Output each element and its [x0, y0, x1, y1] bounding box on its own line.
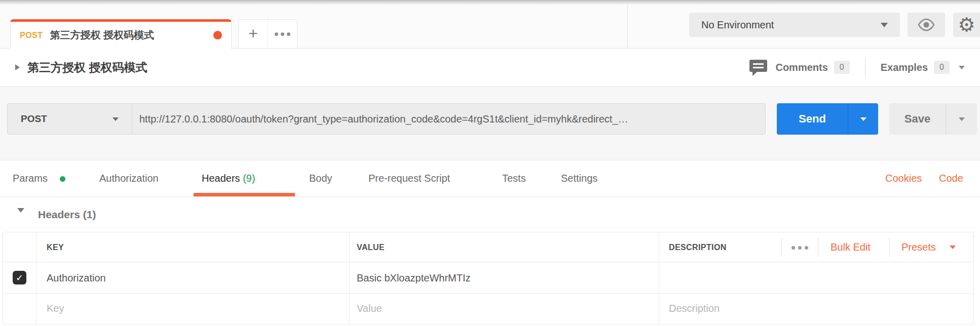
- presets-dropdown[interactable]: Presets: [901, 232, 936, 262]
- new-header-row: Key Value Description: [3, 294, 973, 323]
- cookies-link[interactable]: Cookies: [885, 160, 922, 196]
- chevron-down-icon: [959, 66, 965, 69]
- code-link[interactable]: Code: [939, 160, 963, 196]
- method-selector[interactable]: POST: [8, 104, 132, 134]
- send-options-button[interactable]: [848, 103, 878, 135]
- window-top-strip: [0, 0, 980, 5]
- tab-headers-label: Headers: [202, 173, 240, 184]
- tab-pre-request-script[interactable]: Pre-request Script: [368, 160, 450, 196]
- chevron-down-icon: [881, 23, 888, 27]
- environment-quick-look-button[interactable]: [908, 13, 945, 37]
- headers-section-title: Headers (1): [38, 197, 96, 232]
- chevron-down-icon: [112, 117, 119, 121]
- tab-params[interactable]: Params: [13, 160, 48, 196]
- request-url-section: POST Send Save: [0, 86, 980, 160]
- bulk-edit-link[interactable]: Bulk Edit: [831, 232, 871, 262]
- save-button[interactable]: Save: [889, 103, 946, 135]
- chevron-down-icon: [959, 117, 965, 121]
- unsaved-changes-dot: [213, 31, 222, 39]
- header-controls-divider: [781, 238, 782, 257]
- request-title: 第三方授权 授权码模式: [27, 49, 147, 86]
- postman-app: POST 第三方授权 授权码模式 + No Environment ⚙: [0, 0, 980, 326]
- checkbox-cell: ✓: [3, 262, 36, 293]
- header-row-authorization: ✓ Authorization Basic bXloazpteWhrMTIz: [3, 262, 973, 294]
- tab-headers[interactable]: Headers (9): [202, 160, 255, 196]
- request-header-row: 第三方授权 授权码模式 Comments 0 Examples 0: [0, 49, 980, 86]
- comment-icon: [749, 59, 768, 76]
- check-icon: ✓: [16, 273, 23, 282]
- column-header-value: VALUE: [357, 232, 385, 262]
- send-button-group: Send: [777, 103, 878, 135]
- header-controls-divider: [889, 238, 890, 257]
- new-description-cell[interactable]: Description: [669, 294, 720, 323]
- request-tabs-bar: Params Authorization Headers (9) Body Pr…: [0, 160, 980, 197]
- plus-icon: +: [248, 25, 258, 42]
- column-header-key: KEY: [47, 232, 64, 262]
- new-value-cell[interactable]: Value: [357, 294, 382, 323]
- environment-value: No Environment: [701, 19, 881, 31]
- ellipsis-icon: [275, 32, 290, 36]
- eye-icon: [917, 18, 935, 31]
- request-tab[interactable]: POST 第三方授权 授权码模式: [10, 19, 232, 49]
- table-header-row: KEY VALUE DESCRIPTION Bulk Edit Presets: [3, 232, 973, 262]
- gear-icon: ⚙: [958, 15, 975, 34]
- tab-method-label: POST: [20, 31, 43, 40]
- tab-body[interactable]: Body: [309, 160, 332, 196]
- request-header-actions: Comments 0 Examples 0: [749, 49, 965, 86]
- tab-actions-group: +: [238, 19, 297, 49]
- tab-bar-divider: [627, 5, 628, 48]
- tab-bar: POST 第三方授权 授权码模式 + No Environment ⚙: [0, 5, 980, 49]
- examples-label: Examples: [881, 62, 928, 73]
- tab-tests[interactable]: Tests: [502, 160, 526, 196]
- method-value: POST: [21, 113, 112, 125]
- header-actions-divider: [865, 58, 865, 77]
- comments-count-badge: 0: [834, 61, 850, 74]
- expand-request-caret[interactable]: [15, 64, 20, 70]
- collapse-headers-caret[interactable]: [17, 213, 24, 222]
- active-tab-underline: [194, 193, 295, 196]
- row-checkbox-checked[interactable]: ✓: [13, 271, 26, 284]
- environment-selector[interactable]: No Environment: [689, 13, 900, 37]
- headers-section-heading: Headers (1): [0, 197, 980, 232]
- header-controls-divider: [818, 238, 818, 257]
- value-cell[interactable]: Basic bXloazpteWhrMTIz: [357, 262, 471, 294]
- comments-button[interactable]: Comments 0: [749, 59, 849, 76]
- chevron-down-icon: [17, 208, 24, 221]
- more-options-button[interactable]: [791, 246, 808, 250]
- send-button[interactable]: Send: [777, 103, 848, 135]
- tab-title: 第三方授权 授权码模式: [50, 28, 213, 42]
- settings-button[interactable]: ⚙: [953, 13, 980, 37]
- new-key-cell[interactable]: Key: [47, 294, 64, 323]
- examples-count-badge: 0: [934, 61, 950, 74]
- url-input[interactable]: [132, 104, 765, 134]
- examples-dropdown[interactable]: Examples 0: [881, 61, 965, 74]
- save-options-button[interactable]: [946, 103, 977, 135]
- method-url-group: POST: [7, 103, 766, 135]
- comments-label: Comments: [775, 62, 827, 73]
- new-tab-button[interactable]: +: [239, 20, 268, 48]
- more-tabs-button[interactable]: [268, 20, 297, 48]
- chevron-down-icon[interactable]: [950, 246, 956, 249]
- save-button-group: Save: [889, 103, 977, 135]
- column-header-description: DESCRIPTION: [669, 232, 727, 262]
- tab-authorization[interactable]: Authorization: [99, 160, 159, 196]
- key-cell[interactable]: Authorization: [47, 262, 106, 294]
- params-active-dot: [60, 176, 65, 182]
- chevron-down-icon: [860, 117, 866, 121]
- headers-table: KEY VALUE DESCRIPTION Bulk Edit Presets …: [3, 232, 974, 324]
- tab-settings[interactable]: Settings: [561, 160, 597, 196]
- tab-headers-count: (9): [243, 173, 255, 184]
